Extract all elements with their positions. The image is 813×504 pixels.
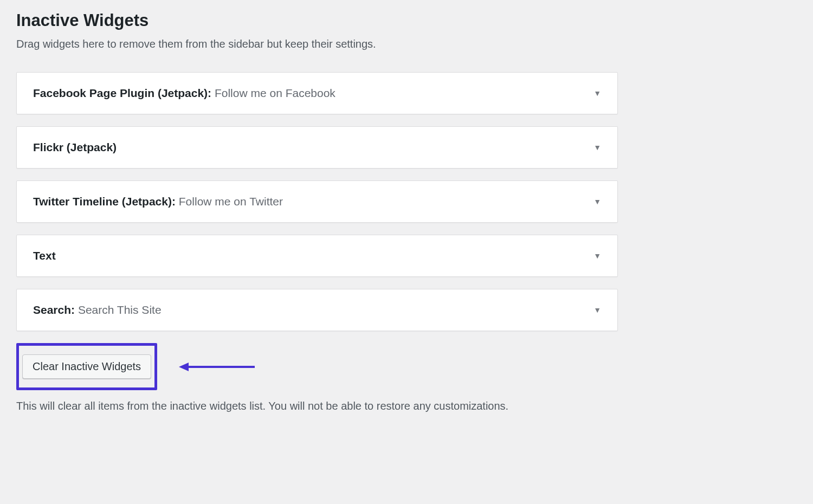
widget-name: Twitter Timeline (Jetpack) [33, 195, 172, 208]
section-title: Inactive Widgets [16, 11, 797, 30]
arrow-left-annotation-icon [179, 360, 255, 373]
widget-name: Search [33, 303, 71, 316]
clear-row: Clear Inactive Widgets [16, 343, 797, 390]
widget-name: Text [33, 249, 56, 262]
widget-title: Text [33, 249, 56, 262]
clear-description: This will clear all items from the inact… [16, 398, 591, 414]
widget-item-search[interactable]: Search: Search This Site ▼ [16, 289, 618, 331]
widget-item-flickr[interactable]: Flickr (Jetpack) ▼ [16, 126, 618, 169]
widget-item-twitter[interactable]: Twitter Timeline (Jetpack): Follow me on… [16, 180, 618, 223]
widget-title: Twitter Timeline (Jetpack): Follow me on… [33, 195, 283, 208]
section-description: Drag widgets here to remove them from th… [16, 38, 797, 50]
widget-title: Facebook Page Plugin (Jetpack): Follow m… [33, 87, 335, 100]
chevron-down-icon: ▼ [593, 197, 601, 206]
widget-item-facebook[interactable]: Facebook Page Plugin (Jetpack): Follow m… [16, 72, 618, 114]
chevron-down-icon: ▼ [593, 251, 601, 260]
widget-name: Flickr (Jetpack) [33, 141, 117, 153]
widget-item-text[interactable]: Text ▼ [16, 235, 618, 277]
chevron-down-icon: ▼ [593, 306, 601, 314]
inactive-widgets-list: Facebook Page Plugin (Jetpack): Follow m… [16, 72, 618, 331]
clear-inactive-widgets-button[interactable]: Clear Inactive Widgets [22, 354, 151, 379]
widget-title: Search: Search This Site [33, 303, 162, 316]
widget-name: Facebook Page Plugin (Jetpack) [33, 87, 208, 99]
widget-title: Flickr (Jetpack) [33, 141, 117, 154]
widget-subtitle: Follow me on Twitter [179, 195, 283, 208]
annotation-highlight-box: Clear Inactive Widgets [16, 343, 157, 390]
svg-marker-1 [179, 363, 189, 371]
widget-subtitle: Search This Site [78, 303, 162, 316]
chevron-down-icon: ▼ [593, 143, 601, 152]
widget-subtitle: Follow me on Facebook [215, 87, 335, 99]
chevron-down-icon: ▼ [593, 89, 601, 98]
